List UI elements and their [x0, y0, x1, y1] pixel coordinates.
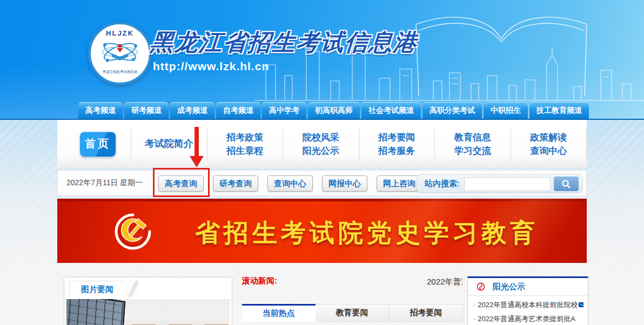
- toolbar-row: 2022年7月11日 星期一 高考查询 研考查询 查询中心 网报中心 网上咨询 …: [57, 170, 587, 196]
- nav-item-label: 阳光公示: [303, 144, 339, 158]
- party-history-banner[interactable]: 省招生考试院党史学习教育: [57, 199, 587, 263]
- online-consult-button[interactable]: 网上咨询: [377, 175, 422, 192]
- photo-window: [203, 323, 230, 325]
- sunshine-list-item[interactable]: ·2022年普通高考艺术类提前批A: [473, 314, 583, 324]
- news-photo[interactable]: [66, 299, 230, 325]
- red-swirl-icon: [477, 282, 485, 291]
- tab-vocational-classified-exam[interactable]: 高职分类考试: [422, 102, 482, 119]
- search-label: 站内搜索:: [425, 179, 460, 189]
- site-logo[interactable]: HLJZK 黑龙江招生考试信息港: [88, 22, 152, 85]
- sunshine-panel-title: 阳光公示: [493, 282, 525, 292]
- tab-vocational-teacher[interactable]: 初高职高师: [308, 102, 360, 119]
- page: HLJZK 黑龙江招生考试信息港 黑龙江省招生考试信息港 http://www.…: [0, 0, 644, 325]
- new-badge: NEW: [579, 302, 583, 307]
- main-nav-panel: 首页 考试院简介 招考政策 招生章程 院校风采 阳光公示 招考要闻 招考服务 教…: [57, 120, 587, 168]
- bottom-section: 图片要闻 滚动新闻: 2022年普通 当前热点 教育要闻 招考要闻: [57, 270, 587, 325]
- site-title: 黑龙江省招生考试信息港: [149, 27, 419, 58]
- magnifier-icon: [561, 179, 571, 189]
- tab-education-news[interactable]: 教育要闻: [316, 304, 390, 322]
- item-text: 2022年普通高校本科提前批院校: [478, 301, 578, 309]
- news-tab-bar: 当前热点 教育要闻 招考要闻: [242, 304, 463, 322]
- banner-title: 省招生考试院党史学习教育: [195, 216, 539, 250]
- tab-chengkao-channel[interactable]: 成考频道: [170, 102, 214, 119]
- nav-item-education-exchange[interactable]: 教育信息 学习交流: [434, 128, 511, 160]
- yankao-query-button[interactable]: 研考查询: [213, 175, 258, 192]
- red-arrow-head: [190, 156, 204, 167]
- bullet: ·: [473, 315, 475, 323]
- photo-window: [130, 323, 157, 325]
- scrolling-news-label: 滚动新闻:: [242, 276, 277, 286]
- highlight-rectangle: [153, 168, 210, 197]
- tab-zikao-channel[interactable]: 自考频道: [216, 102, 260, 119]
- search-input[interactable]: [464, 177, 551, 191]
- photo-news-tab[interactable]: 图片要闻: [69, 281, 125, 297]
- nav-item-news-service[interactable]: 招考要闻 招考服务: [359, 128, 435, 160]
- party-emblem-icon: [114, 213, 152, 250]
- tab-secondary-vocational[interactable]: 中职招生: [484, 102, 528, 119]
- site-url[interactable]: http://www.lzk.hl.cn: [153, 60, 269, 73]
- search-button[interactable]: [554, 177, 579, 191]
- nav-item-label: 院校风采: [303, 131, 339, 144]
- photo-news-card: 图片要闻: [64, 277, 232, 325]
- photo-tab-fold: [124, 281, 138, 297]
- tab-yankao-channel[interactable]: 研考频道: [124, 102, 169, 119]
- site-search-box: 站内搜索:: [417, 174, 583, 193]
- tab-current-hot[interactable]: 当前热点: [242, 304, 316, 322]
- nav-item-college-sunshine[interactable]: 院校风采 阳光公示: [283, 128, 359, 160]
- sunshine-publicity-panel: 阳光公示 ·2022年普通高校本科提前批院校NEW ·2022年普通高考艺术类提…: [467, 276, 588, 325]
- logo-bottom-text: 黑龙江招生考试信息港: [93, 69, 146, 74]
- nav-item-label: 查询中心: [530, 144, 567, 158]
- home-button[interactable]: 首页: [80, 132, 116, 157]
- nav-item-label: 教育信息: [454, 131, 491, 144]
- nav-item-label: 学习交流: [454, 144, 491, 158]
- nav-item-label: 招考政策: [226, 131, 263, 144]
- tab-admission-news[interactable]: 招考要闻: [389, 304, 463, 322]
- tab-gaokao-channel[interactable]: 高考频道: [78, 102, 123, 119]
- query-center-button[interactable]: 查询中心: [267, 175, 313, 192]
- tab-high-school-exam[interactable]: 高中学考: [262, 102, 306, 119]
- nav-item-label: 招考服务: [378, 144, 415, 158]
- scrolling-news-ticker[interactable]: 2022年普通: [427, 277, 462, 288]
- nav-item-policy-charter[interactable]: 招考政策 招生章程: [207, 128, 283, 160]
- photo-window: [167, 323, 194, 325]
- red-arrow-annotation: [194, 127, 199, 157]
- photo-video-wall: [66, 299, 125, 325]
- sunshine-list-item[interactable]: ·2022年普通高校本科提前批院校NEW: [473, 300, 583, 310]
- bullet: ·: [473, 301, 475, 309]
- item-text: 2022年普通高考艺术类提前批A: [478, 315, 575, 323]
- tab-technical-education-channel[interactable]: 技工教育频道: [529, 102, 589, 119]
- nav-item-label: 招考要闻: [378, 131, 415, 144]
- nav-item-label: 考试院简介: [145, 137, 193, 151]
- nav-item-interpretation-query[interactable]: 政策解读 查询中心: [511, 128, 587, 160]
- nav-item-label: 政策解读: [530, 131, 567, 144]
- nav-item-label: 招生章程: [226, 144, 263, 158]
- tab-social-exam-channel[interactable]: 社会考试频道: [361, 102, 421, 119]
- current-date: 2022年7月11日 星期一: [66, 178, 143, 188]
- channel-tab-bar: 高考频道 研考频道 成考频道 自考频道 高中学考 初高职高师 社会考试频道 高职…: [78, 102, 589, 119]
- sunshine-panel-header[interactable]: 阳光公示: [468, 278, 588, 296]
- atom-book-icon: [100, 35, 140, 69]
- ticker-text: 2022年普通: [427, 277, 462, 286]
- online-report-center-button[interactable]: 网报中心: [322, 175, 367, 192]
